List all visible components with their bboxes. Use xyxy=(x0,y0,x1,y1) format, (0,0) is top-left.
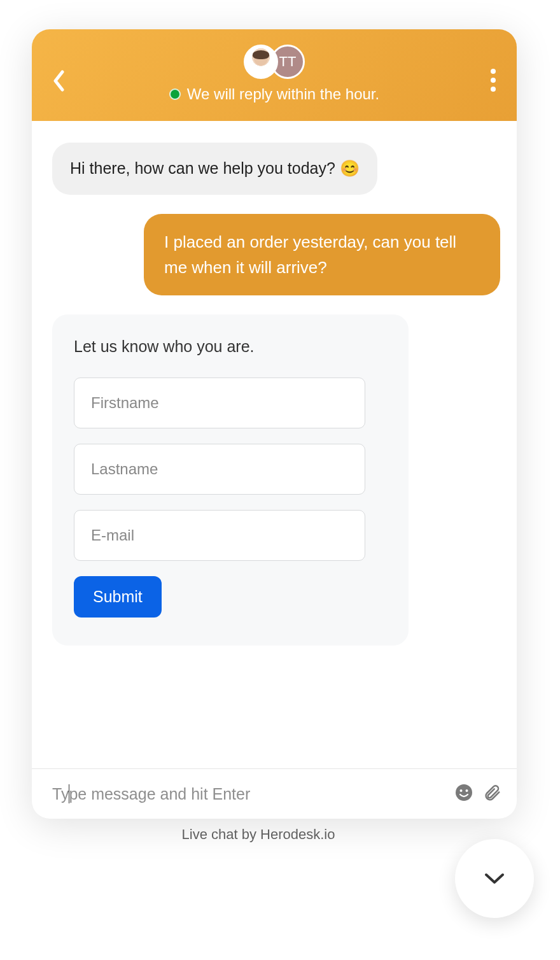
svg-point-5 xyxy=(466,789,468,792)
emoji-button[interactable] xyxy=(454,783,473,805)
close-widget-fab[interactable] xyxy=(455,839,534,918)
message-outgoing-wrap: I placed an order yesterday, can you tel… xyxy=(52,214,500,296)
svg-point-2 xyxy=(491,87,496,92)
chevron-left-icon xyxy=(52,70,66,92)
back-button[interactable] xyxy=(52,70,66,94)
firstname-input[interactable] xyxy=(74,378,365,428)
status-row: We will reply within the hour. xyxy=(169,85,379,103)
svg-point-3 xyxy=(456,784,472,801)
form-title: Let us know who you are. xyxy=(74,337,387,356)
attachment-button[interactable] xyxy=(482,783,501,805)
message-incoming: Hi there, how can we help you today? 😊 xyxy=(52,143,377,195)
submit-button[interactable]: Submit xyxy=(74,576,162,618)
online-status-dot xyxy=(169,88,181,100)
text-caret xyxy=(69,784,69,803)
emoji-icon xyxy=(454,783,473,802)
more-vertical-icon xyxy=(490,67,496,93)
composer-field-wrap xyxy=(50,785,445,803)
more-button[interactable] xyxy=(490,67,496,95)
lastname-input[interactable] xyxy=(74,444,365,495)
chat-widget: TT We will reply within the hour. Hi the… xyxy=(32,29,517,819)
composer xyxy=(32,768,517,819)
conversation-area: Hi there, how can we help you today? 😊 I… xyxy=(32,121,517,768)
svg-point-1 xyxy=(491,78,496,83)
identify-form-card: Let us know who you are. Submit xyxy=(52,314,409,646)
message-input[interactable] xyxy=(50,785,253,803)
svg-point-0 xyxy=(491,69,496,74)
agent-avatars: TT xyxy=(244,45,305,79)
status-text: We will reply within the hour. xyxy=(187,85,379,103)
footer-credit[interactable]: Live chat by Herodesk.io xyxy=(0,826,517,843)
paperclip-icon xyxy=(482,783,501,802)
message-outgoing: I placed an order yesterday, can you tel… xyxy=(144,214,500,296)
agent-avatar-1 xyxy=(244,45,278,79)
chevron-down-icon xyxy=(484,872,505,886)
chat-header: TT We will reply within the hour. xyxy=(32,29,517,121)
email-input[interactable] xyxy=(74,510,365,561)
svg-point-4 xyxy=(460,789,463,792)
